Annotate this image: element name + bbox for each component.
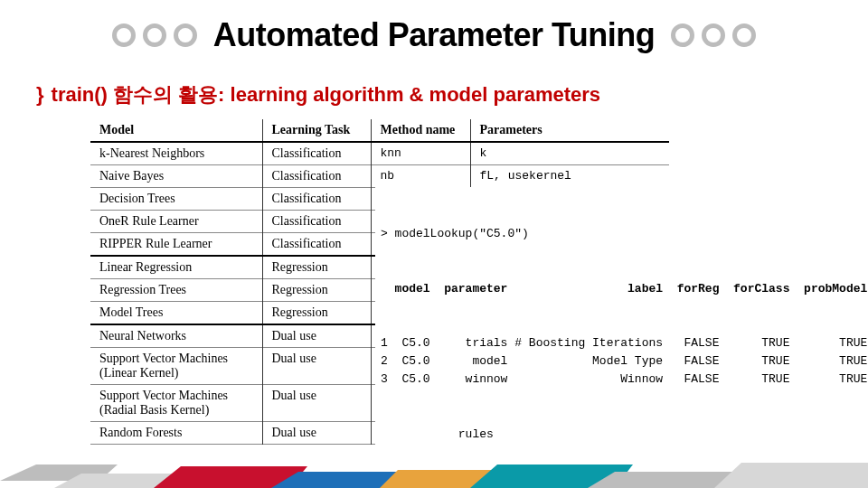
table-header: Model bbox=[90, 119, 262, 142]
table-cell: OneR Rule Learner bbox=[90, 211, 262, 233]
decor-rings-left bbox=[112, 23, 197, 47]
model-lookup-output: > modelLookup("C5.0") model parameter la… bbox=[375, 187, 868, 485]
lookup-call: > modelLookup("C5.0") bbox=[381, 225, 867, 243]
table-header: Parameters bbox=[470, 119, 669, 142]
table-cell: Decision Trees bbox=[90, 188, 262, 211]
svg-marker-1 bbox=[54, 474, 199, 488]
table-cell: Classification bbox=[262, 165, 371, 188]
table-cell: Model Trees bbox=[90, 302, 262, 325]
svg-marker-2 bbox=[154, 466, 307, 488]
table-cell: Support Vector Machines (Radial Basis Ke… bbox=[90, 385, 262, 422]
table-header: Method name bbox=[371, 119, 470, 142]
table-cell: Regression bbox=[262, 256, 371, 279]
svg-marker-0 bbox=[0, 465, 118, 481]
table-row: Naive BayesClassificationnbfL, usekernel bbox=[90, 165, 669, 188]
table-cell: Dual use bbox=[262, 385, 371, 422]
table-cell: Regression bbox=[262, 302, 371, 325]
table-cell: Naive Bayes bbox=[90, 165, 262, 188]
lookup-extra: rules bbox=[381, 426, 867, 444]
table-cell: Regression bbox=[262, 279, 371, 302]
table-cell: Random Forests bbox=[90, 422, 262, 445]
lookup-row: 2 C5.0 model Model Type FALSE TRUE TRUE bbox=[381, 352, 867, 371]
lookup-row: 1 C5.0 trials # Boosting Iterations FALS… bbox=[381, 334, 867, 352]
decor-rings-right bbox=[671, 23, 756, 47]
table-cell: k bbox=[470, 142, 669, 165]
table-cell: nb bbox=[371, 165, 470, 188]
lookup-header: model parameter label forReg forClass pr… bbox=[381, 280, 867, 298]
table-cell: Dual use bbox=[262, 324, 371, 348]
table-header: Learning Task bbox=[262, 119, 371, 142]
table-cell: fL, usekernel bbox=[470, 165, 669, 188]
table-cell: knn bbox=[371, 142, 470, 165]
table-cell: Classification bbox=[262, 142, 371, 165]
table-cell: Support Vector Machines (Linear Kernel) bbox=[90, 348, 262, 385]
table-cell: Dual use bbox=[262, 348, 371, 385]
table-cell: Classification bbox=[262, 211, 371, 233]
table-cell: Neural Networks bbox=[90, 324, 262, 348]
table-cell: Classification bbox=[262, 188, 371, 211]
table-cell: Linear Regression bbox=[90, 256, 262, 279]
page-title: Automated Parameter Tuning bbox=[213, 16, 655, 54]
table-row: k-Nearest NeighborsClassificationknnk bbox=[90, 142, 669, 165]
table-cell: RIPPER Rule Learner bbox=[90, 233, 262, 257]
table-cell: Dual use bbox=[262, 422, 371, 445]
table-cell: Regression Trees bbox=[90, 279, 262, 302]
bullet-brace-icon: } bbox=[36, 85, 44, 105]
lookup-row: 3 C5.0 winnow Winnow FALSE TRUE TRUE bbox=[381, 371, 867, 389]
section-subtitle: train() 함수의 활용: learning algorithm & mod… bbox=[52, 81, 601, 108]
table-cell: Classification bbox=[262, 233, 371, 257]
table-cell: k-Nearest Neighbors bbox=[90, 142, 262, 165]
